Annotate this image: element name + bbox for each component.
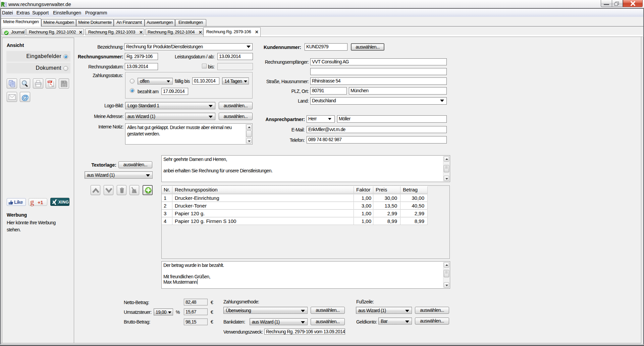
- svg-text:@: @: [21, 93, 29, 101]
- svg-text:g: g: [30, 198, 34, 206]
- svg-text:PDF: PDF: [48, 81, 51, 83]
- svg-text:Adobe: Adobe: [52, 85, 54, 87]
